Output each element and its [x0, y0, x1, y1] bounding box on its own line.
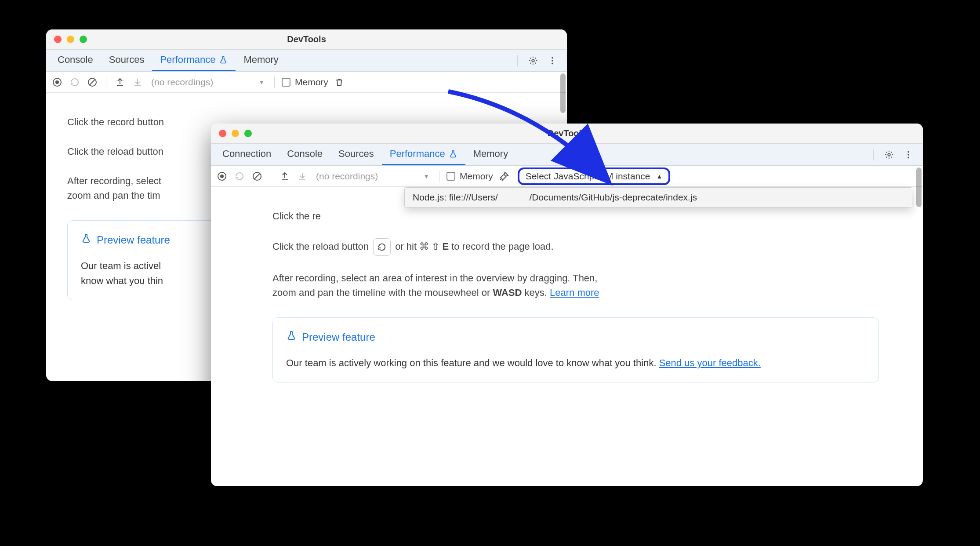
tab-label: Performance	[160, 54, 215, 66]
memory-checkbox-label: Memory	[460, 171, 493, 182]
tab-console[interactable]: Console	[50, 50, 101, 71]
hint-after-a: After recording, select an area of inter…	[272, 273, 597, 284]
tab-performance[interactable]: Performance	[382, 144, 465, 165]
download-profile-button[interactable]	[131, 76, 144, 89]
titlebar: DevTools	[46, 29, 567, 50]
vm-instance-label: Select JavaScript VM instance	[526, 171, 650, 182]
separator	[271, 171, 271, 182]
tab-connection[interactable]: Connection	[214, 144, 279, 165]
zoom-button[interactable]	[244, 130, 252, 137]
tab-label: Performance	[390, 148, 445, 160]
separator	[106, 76, 106, 88]
minimize-button[interactable]	[232, 130, 239, 137]
flask-icon	[449, 149, 457, 158]
preview-heading: Preview feature	[286, 329, 865, 345]
perf-toolbar: (no recordings) ▼ Memory Select JavaScri…	[211, 166, 923, 187]
settings-button[interactable]	[882, 148, 896, 161]
memory-checkbox-label: Memory	[295, 77, 328, 87]
collect-garbage-button[interactable]	[497, 170, 511, 183]
perf-toolbar: (no recordings) ▼ Memory	[46, 72, 567, 93]
minimize-button[interactable]	[67, 36, 74, 43]
vm-instance-select[interactable]: Select JavaScript VM instance ▲	[518, 167, 670, 185]
vm-item-suffix: /Documents/GitHub/js-deprecate/index.js	[529, 192, 697, 202]
download-profile-button[interactable]	[296, 170, 309, 183]
hint-after-a: After recording, select	[67, 175, 161, 186]
chevron-down-icon: ▼	[423, 173, 429, 180]
hint-after-b: zoom and pan the tim	[67, 190, 160, 201]
wasd-label: WASD	[493, 287, 522, 298]
hint-after-c: keys.	[525, 287, 550, 298]
titlebar: DevTools	[211, 124, 923, 144]
preview-title: Preview feature	[97, 232, 170, 248]
hint-reload-suffix-a: or hit ⌘ ⇧	[395, 241, 442, 252]
tab-label: Connection	[222, 148, 271, 160]
traffic-lights	[46, 36, 87, 43]
tab-label: Memory	[243, 54, 278, 66]
flask-icon	[286, 329, 297, 345]
clear-button[interactable]	[250, 170, 264, 183]
recordings-label: (no recordings)	[151, 77, 213, 87]
hint-reload-suffix-b: to record the page load.	[451, 241, 553, 252]
separator	[439, 171, 439, 182]
more-menu-button[interactable]	[546, 54, 559, 67]
vm-instance-option[interactable]: Node.js: file:///Users/ /Documents/GitHu…	[405, 188, 912, 207]
hint-reload-prefix: Click the reload button	[272, 241, 369, 252]
tab-memory[interactable]: Memory	[465, 144, 516, 165]
tab-console[interactable]: Console	[279, 144, 330, 165]
preview-feature-card: Preview feature Our team is actively wor…	[272, 317, 879, 382]
upload-profile-button[interactable]	[113, 76, 127, 89]
settings-button[interactable]	[526, 54, 540, 67]
hint-after-b: zoom and pan the timeline with the mouse…	[272, 287, 493, 298]
hint-record: Click the re	[272, 211, 321, 222]
flask-icon	[81, 232, 91, 248]
tab-label: Sources	[109, 54, 145, 66]
flask-icon	[219, 55, 228, 64]
preview-body-a: Our team is activel	[81, 260, 161, 271]
tab-label: Console	[287, 148, 323, 160]
close-button[interactable]	[54, 36, 62, 43]
tab-sources[interactable]: Sources	[101, 50, 152, 71]
separator	[274, 76, 275, 88]
hint-record: Click the record button	[67, 116, 164, 127]
tabbar: Console Sources Performance Memory	[46, 50, 567, 72]
inline-reload-key	[373, 238, 391, 256]
memory-checkbox[interactable]	[282, 78, 290, 87]
vm-instance-dropdown-menu: Node.js: file:///Users/ /Documents/GitHu…	[404, 187, 912, 207]
preview-body-b: know what you thin	[81, 275, 163, 286]
scrollbar[interactable]	[916, 167, 922, 207]
traffic-lights	[211, 130, 252, 137]
hint-reload: Click the reload button	[67, 146, 163, 157]
recordings-dropdown[interactable]: (no recordings) ▼	[149, 77, 267, 87]
clear-button[interactable]	[86, 76, 99, 89]
chevron-up-icon: ▲	[656, 173, 662, 180]
upload-profile-button[interactable]	[278, 170, 291, 183]
memory-checkbox[interactable]	[446, 172, 455, 181]
hint-reload-key: E	[442, 241, 449, 252]
recordings-dropdown[interactable]: (no recordings) ▼	[313, 171, 432, 182]
more-menu-button[interactable]	[902, 148, 915, 161]
record-button[interactable]	[51, 76, 64, 89]
learn-more-link[interactable]: Learn more	[550, 287, 599, 298]
tabbar: Connection Console Sources Performance M…	[211, 144, 923, 166]
content: Click the re Click the reload button or …	[211, 187, 923, 404]
record-button[interactable]	[215, 170, 229, 183]
close-button[interactable]	[219, 130, 226, 137]
scrollbar[interactable]	[560, 73, 566, 113]
tab-performance[interactable]: Performance	[152, 50, 236, 71]
feedback-link[interactable]: Send us your feedback.	[659, 357, 761, 368]
tab-label: Memory	[473, 148, 508, 160]
vm-item-prefix: Node.js: file:///Users/	[413, 192, 498, 202]
reload-button[interactable]	[68, 76, 81, 89]
window-title: DevTools	[46, 34, 567, 44]
separator	[517, 55, 518, 66]
reload-button[interactable]	[233, 170, 246, 183]
chevron-down-icon: ▼	[258, 79, 265, 86]
preview-title: Preview feature	[302, 329, 375, 345]
tab-memory[interactable]: Memory	[236, 50, 286, 71]
recordings-label: (no recordings)	[316, 171, 378, 182]
tab-label: Console	[58, 54, 93, 66]
zoom-button[interactable]	[80, 36, 87, 43]
tab-sources[interactable]: Sources	[330, 144, 382, 165]
separator	[873, 149, 874, 160]
trash-button[interactable]	[333, 76, 346, 89]
